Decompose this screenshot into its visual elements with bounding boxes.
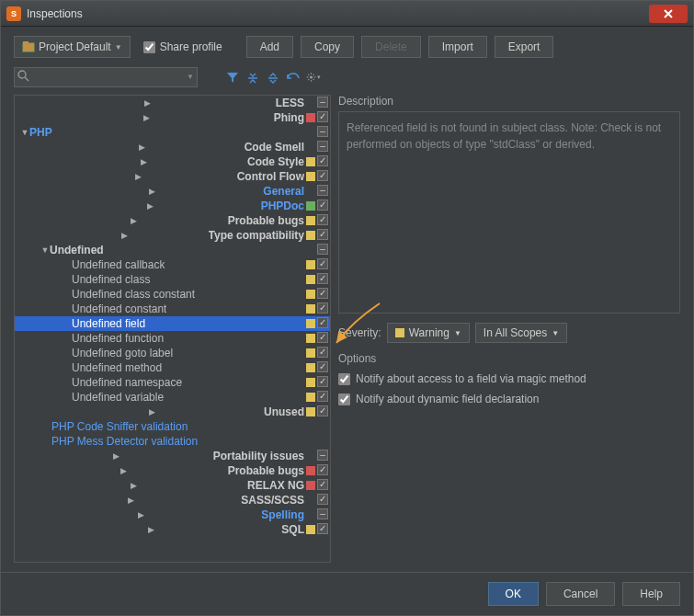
chevron-right-icon[interactable] xyxy=(40,187,263,196)
tree-row[interactable]: Undefined class constant xyxy=(15,287,330,302)
tree-row[interactable]: Code Smell xyxy=(15,140,330,154)
tree-row[interactable]: Undefined namespace xyxy=(15,375,330,390)
ok-button[interactable]: OK xyxy=(488,582,539,606)
inspection-checkbox[interactable] xyxy=(317,405,328,416)
chevron-right-icon[interactable] xyxy=(40,231,209,240)
inspection-checkbox[interactable] xyxy=(317,450,328,461)
inspection-checkbox[interactable] xyxy=(317,288,328,299)
tree-row[interactable]: Unused xyxy=(15,405,330,419)
chevron-right-icon[interactable] xyxy=(20,466,228,475)
collapse-icon[interactable] xyxy=(266,70,280,85)
chevron-right-icon[interactable] xyxy=(20,481,247,490)
severity-dropdown[interactable]: Warning ▼ xyxy=(387,323,470,343)
inspection-checkbox[interactable] xyxy=(317,273,328,284)
close-button[interactable] xyxy=(649,5,688,23)
inspection-checkbox[interactable] xyxy=(317,479,328,490)
chevron-right-icon[interactable] xyxy=(20,525,281,534)
inspection-checkbox[interactable] xyxy=(317,317,328,328)
tree-row[interactable]: Portability issues xyxy=(15,449,330,463)
inspection-checkbox[interactable] xyxy=(317,97,328,108)
chevron-right-icon[interactable] xyxy=(40,172,237,181)
inspection-checkbox[interactable] xyxy=(317,376,328,387)
tree-row[interactable]: Undefined callback xyxy=(15,257,330,272)
inspection-checkbox[interactable] xyxy=(317,302,328,314)
tree-row[interactable]: Probable bugs xyxy=(15,463,330,478)
option-magic-method-input[interactable] xyxy=(338,373,350,385)
reset-icon[interactable] xyxy=(286,70,301,85)
inspection-checkbox[interactable] xyxy=(317,494,328,505)
tree-row[interactable]: PHP Code Sniffer validation xyxy=(15,419,330,434)
add-button[interactable]: Add xyxy=(246,36,293,58)
cancel-button[interactable]: Cancel xyxy=(546,582,615,606)
tree-row[interactable]: PHP xyxy=(15,125,330,140)
inspection-checkbox[interactable] xyxy=(317,508,328,519)
inspection-checkbox[interactable] xyxy=(317,244,328,255)
tree-row[interactable]: LESS xyxy=(15,96,330,110)
tree-row[interactable]: RELAX NG xyxy=(15,478,330,493)
tree-row[interactable]: PHPDoc xyxy=(15,199,330,213)
option-magic-method[interactable]: Notify about access to a field via magic… xyxy=(338,372,680,385)
chevron-right-icon[interactable] xyxy=(40,201,261,211)
filter-icon[interactable] xyxy=(225,70,240,85)
chevron-right-icon[interactable] xyxy=(20,451,213,461)
inspection-checkbox[interactable] xyxy=(317,155,328,166)
inspection-checkbox[interactable] xyxy=(317,111,328,122)
tree-row[interactable]: Code Style xyxy=(15,154,330,169)
inspection-checkbox[interactable] xyxy=(317,464,328,475)
inspection-checkbox[interactable] xyxy=(317,214,328,225)
chevron-down-icon[interactable] xyxy=(40,245,50,255)
tree-row[interactable]: Undefined goto label xyxy=(15,346,330,360)
option-dynamic-field-input[interactable] xyxy=(338,394,350,405)
tree-row[interactable]: Spelling xyxy=(15,508,330,522)
chevron-right-icon[interactable] xyxy=(40,157,247,166)
chevron-right-icon[interactable] xyxy=(20,496,241,505)
tree-row[interactable]: Control Flow xyxy=(15,169,330,184)
gear-icon[interactable]: ▾ xyxy=(306,70,321,85)
tree-row[interactable]: Undefined variable xyxy=(15,390,330,405)
chevron-down-icon[interactable] xyxy=(20,128,29,137)
inspection-checkbox[interactable] xyxy=(317,185,328,196)
inspection-checkbox[interactable] xyxy=(317,170,328,181)
inspection-checkbox[interactable] xyxy=(317,229,328,240)
help-button[interactable]: Help xyxy=(622,582,680,606)
inspection-checkbox[interactable] xyxy=(317,258,328,269)
copy-button[interactable]: Copy xyxy=(301,36,354,58)
tree-row[interactable]: Phing xyxy=(15,110,330,125)
tree-row[interactable]: Type compatibility xyxy=(15,228,330,243)
tree-row[interactable]: SASS/SCSS xyxy=(15,493,330,508)
inspection-checkbox[interactable] xyxy=(317,141,328,152)
tree-row[interactable]: Undefined field xyxy=(15,316,330,331)
inspection-checkbox[interactable] xyxy=(317,347,328,358)
tree-row[interactable]: Probable bugs xyxy=(15,213,330,228)
delete-button[interactable]: Delete xyxy=(361,36,421,58)
option-dynamic-field[interactable]: Notify about dynamic field declaration xyxy=(338,393,680,405)
chevron-right-icon[interactable] xyxy=(40,143,245,152)
tree-row[interactable]: Undefined function xyxy=(15,331,330,346)
share-profile-input[interactable] xyxy=(143,41,155,53)
share-profile-checkbox[interactable]: Share profile xyxy=(143,40,222,53)
scope-dropdown[interactable]: In All Scopes ▼ xyxy=(475,323,567,343)
tree-row[interactable]: General xyxy=(15,184,330,199)
inspection-checkbox[interactable] xyxy=(317,126,328,137)
tree-row[interactable]: Undefined class xyxy=(15,272,330,287)
chevron-right-icon[interactable] xyxy=(40,216,228,225)
tree-row[interactable]: PHP Mess Detector validation xyxy=(15,434,330,449)
profile-dropdown[interactable]: Project Default ▼ xyxy=(14,36,131,58)
expand-icon[interactable] xyxy=(245,70,260,85)
import-button[interactable]: Import xyxy=(428,36,487,58)
tree-row[interactable]: Undefined xyxy=(15,243,330,257)
chevron-right-icon[interactable] xyxy=(20,98,276,108)
inspection-checkbox[interactable] xyxy=(317,332,328,343)
inspection-checkbox[interactable] xyxy=(317,391,328,402)
export-button[interactable]: Export xyxy=(495,36,554,58)
chevron-right-icon[interactable] xyxy=(20,113,274,122)
tree-row[interactable]: Undefined constant xyxy=(15,302,330,316)
chevron-right-icon[interactable] xyxy=(20,510,261,519)
inspection-tree[interactable]: LESSPhingPHPCode SmellCode StyleControl … xyxy=(15,96,330,562)
inspection-checkbox[interactable] xyxy=(317,523,328,534)
search-input[interactable] xyxy=(14,67,198,87)
tree-row[interactable]: Undefined method xyxy=(15,360,330,375)
tree-row[interactable]: SQL xyxy=(15,522,330,537)
inspection-checkbox[interactable] xyxy=(317,200,328,211)
chevron-right-icon[interactable] xyxy=(40,407,264,416)
